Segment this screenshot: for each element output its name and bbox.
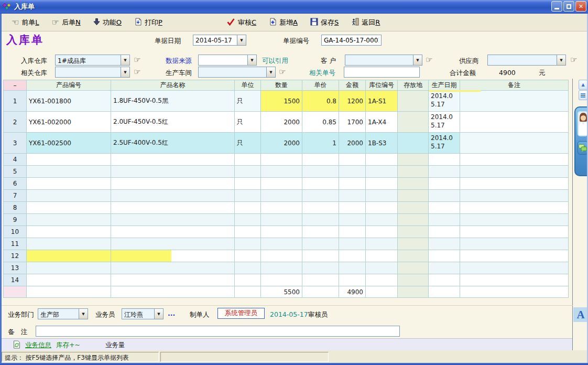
table-cell[interactable] [302,190,339,202]
table-cell[interactable] [302,178,339,190]
table-cell[interactable] [460,112,569,133]
table-cell[interactable] [398,166,429,178]
table-cell[interactable] [398,133,429,154]
table-cell[interactable] [261,154,302,166]
table-cell[interactable] [261,214,302,226]
workshop-combobox[interactable]: ▼ [198,67,276,78]
dept-combobox[interactable]: 生产部 ▼ [38,308,88,319]
chat-bubbles-icon[interactable] [578,141,588,155]
table-cell[interactable] [429,178,460,190]
minimize-button[interactable] [551,1,562,12]
table-cell[interactable] [429,274,460,286]
table-cell[interactable] [302,214,339,226]
table-cell[interactable] [429,202,460,214]
table-cell[interactable] [111,214,235,226]
table-cell[interactable] [235,214,261,226]
note-input[interactable] [36,326,400,337]
table-cell[interactable] [302,238,339,250]
table-cell[interactable] [460,202,569,214]
table-cell[interactable] [339,262,366,274]
table-cell[interactable] [261,166,302,178]
table-cell[interactable] [398,154,429,166]
table-cell[interactable] [366,214,398,226]
row-number[interactable]: 13 [4,262,27,274]
column-header[interactable]: 生产日期 [429,80,460,91]
table-cell[interactable] [261,262,302,274]
chevron-down-icon[interactable]: ▼ [247,55,256,65]
table-cell[interactable] [235,262,261,274]
table-cell[interactable] [460,166,569,178]
table-cell[interactable] [111,262,235,274]
grid-lines-icon[interactable] [579,90,587,100]
column-header[interactable]: 库位编号 [366,80,398,91]
table-cell[interactable]: 2000 [339,133,366,154]
pick-warehouse-hand-icon[interactable]: ☞ [134,55,140,65]
column-header[interactable]: 单价 [302,80,339,91]
table-cell[interactable] [429,166,460,178]
row-number[interactable]: 1 [4,91,27,112]
table-cell[interactable] [261,202,302,214]
table-cell[interactable] [27,154,111,166]
toolbar-button-P[interactable]: 打印P [134,18,162,27]
table-cell[interactable] [235,202,261,214]
table-cell[interactable]: YX61-002500 [27,133,111,154]
table-cell[interactable] [429,190,460,202]
pick-customer-hand-icon[interactable]: ☞ [426,55,432,65]
table-cell[interactable] [460,226,569,238]
table-cell[interactable] [366,274,398,286]
tab-stock[interactable]: 库存+~ [56,341,80,350]
table-cell[interactable] [339,202,366,214]
toolbar-button-S[interactable]: 保存S [310,18,339,27]
row-selector-header[interactable]: – [4,80,27,91]
table-cell[interactable]: 只 [235,112,261,133]
table-cell[interactable] [460,190,569,202]
table-cell[interactable] [27,250,111,262]
table-cell[interactable] [235,166,261,178]
table-cell[interactable] [398,190,429,202]
table-cell[interactable] [339,274,366,286]
table-cell[interactable] [366,262,398,274]
table-cell[interactable] [339,166,366,178]
column-header[interactable]: 数量 [261,80,302,91]
table-cell[interactable] [460,250,569,262]
table-cell[interactable] [302,262,339,274]
chevron-down-icon[interactable]: ▼ [557,55,565,65]
pick-workshop-hand-icon[interactable]: ☞ [279,67,286,77]
chevron-down-icon[interactable]: ▼ [79,309,88,319]
table-cell[interactable] [235,238,261,250]
table-cell[interactable] [460,178,569,190]
table-cell[interactable]: 1 [302,133,339,154]
table-cell[interactable] [235,250,261,262]
table-cell[interactable] [339,190,366,202]
table-cell[interactable] [111,166,235,178]
table-cell[interactable] [460,214,569,226]
table-cell[interactable] [366,178,398,190]
table-cell[interactable] [339,154,366,166]
data-source-combobox[interactable]: ▼ [198,55,257,66]
chevron-down-icon[interactable]: ▼ [154,309,163,319]
toolbar-button-N[interactable]: ☞后单N [52,18,81,27]
table-cell[interactable] [460,238,569,250]
assistant-avatar[interactable] [578,111,588,136]
chevron-down-icon[interactable]: ▼ [237,35,246,45]
table-cell[interactable] [27,274,111,286]
table-cell[interactable] [366,190,398,202]
table-cell[interactable] [366,238,398,250]
tab-business-info[interactable]: 业务信息 [25,341,51,350]
table-cell[interactable] [366,154,398,166]
table-cell[interactable] [27,202,111,214]
table-cell[interactable] [398,214,429,226]
table-cell[interactable] [366,226,398,238]
table-cell[interactable] [111,250,235,262]
table-cell[interactable]: 1500 [261,91,302,112]
table-cell[interactable]: 1B-S3 [366,133,398,154]
table-cell[interactable] [235,154,261,166]
table-cell[interactable]: YX61-002000 [27,112,111,133]
table-cell[interactable]: 2014.05.17 [429,133,460,154]
related-no-input[interactable] [344,67,420,78]
table-cell[interactable] [398,226,429,238]
table-cell[interactable]: 0.85 [302,112,339,133]
table-cell[interactable] [261,250,302,262]
row-number[interactable]: 14 [4,274,27,286]
doc-date-combobox[interactable]: 2014-05-17 ▼ [193,35,246,46]
